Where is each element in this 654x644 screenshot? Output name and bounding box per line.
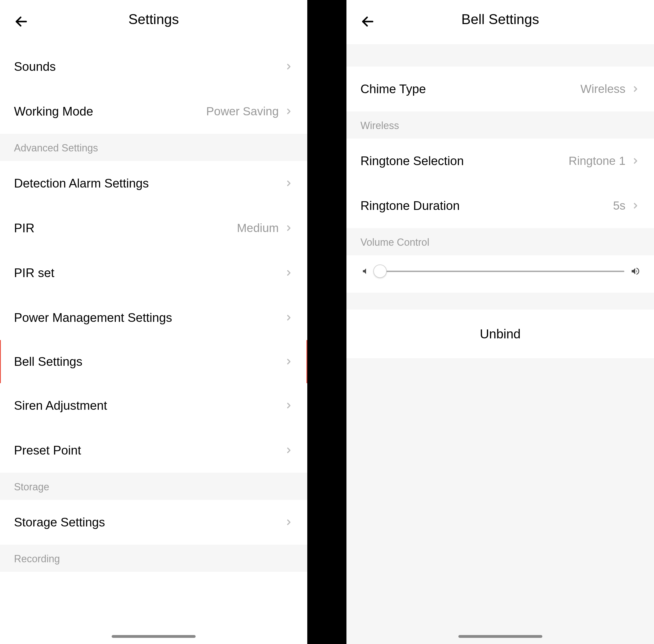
row-power-management[interactable]: Power Management Settings xyxy=(0,295,307,340)
back-button[interactable] xyxy=(360,14,375,30)
chevron-right-icon xyxy=(284,446,293,455)
row-detection-alarm[interactable]: Detection Alarm Settings xyxy=(0,161,307,206)
row-label: PIR set xyxy=(14,266,54,280)
row-label: Working Mode xyxy=(14,105,93,118)
row-bell-settings[interactable]: Bell Settings xyxy=(1,340,306,383)
home-indicator[interactable] xyxy=(459,635,542,638)
row-pir-set[interactable]: PIR set xyxy=(0,251,307,295)
row-label: Chime Type xyxy=(360,82,426,96)
row-label: Power Management Settings xyxy=(14,310,172,325)
chevron-right-icon xyxy=(284,224,293,233)
back-button[interactable] xyxy=(14,14,28,30)
row-chime-type[interactable]: Chime Type Wireless xyxy=(347,67,654,111)
row-ringtone-duration[interactable]: Ringtone Duration 5s xyxy=(347,183,654,228)
row-label: Storage Settings xyxy=(14,515,105,529)
section-advanced: Advanced Settings xyxy=(0,134,307,161)
row-storage-settings[interactable]: Storage Settings xyxy=(0,500,307,545)
row-working-mode[interactable]: Working Mode Power Saving xyxy=(0,89,307,134)
chevron-right-icon xyxy=(631,201,640,210)
chevron-right-icon xyxy=(284,107,293,116)
unbind-label: Unbind xyxy=(480,326,521,342)
section-wireless: Wireless xyxy=(347,111,654,139)
volume-high-icon xyxy=(630,267,640,276)
header: Settings xyxy=(0,0,307,44)
unbind-button[interactable]: Unbind xyxy=(347,309,654,358)
row-label: Siren Adjustment xyxy=(14,398,107,413)
chevron-right-icon xyxy=(631,85,640,93)
row-label: Detection Alarm Settings xyxy=(14,176,149,190)
home-indicator[interactable] xyxy=(112,635,195,638)
highlight-box: Bell Settings xyxy=(0,339,307,384)
settings-screen: Settings Sounds Working Mode Power Savin… xyxy=(0,0,307,644)
back-arrow-icon xyxy=(360,14,375,29)
slider-thumb[interactable] xyxy=(373,264,387,278)
chevron-right-icon xyxy=(631,157,640,165)
row-label: Preset Point xyxy=(14,443,81,457)
section-volume-control: Volume Control xyxy=(347,228,654,255)
fill xyxy=(347,358,654,644)
spacer xyxy=(347,293,654,309)
row-label: Ringtone Duration xyxy=(360,199,460,213)
volume-slider-row xyxy=(347,255,654,293)
chevron-right-icon xyxy=(284,269,293,277)
row-label: PIR xyxy=(14,221,34,235)
row-sounds[interactable]: Sounds xyxy=(0,44,307,89)
chevron-right-icon xyxy=(284,179,293,188)
chevron-right-icon xyxy=(284,518,293,527)
section-recording: Recording xyxy=(0,545,307,572)
volume-slider[interactable] xyxy=(375,271,624,272)
chevron-right-icon xyxy=(284,357,293,366)
row-value: Wireless xyxy=(580,82,626,96)
page-title: Settings xyxy=(14,11,293,27)
page-title: Bell Settings xyxy=(360,11,640,27)
header: Bell Settings xyxy=(347,0,654,44)
volume-low-icon xyxy=(360,267,369,275)
back-arrow-icon xyxy=(14,14,28,29)
section-storage: Storage xyxy=(0,473,307,500)
row-ringtone-selection[interactable]: Ringtone Selection Ringtone 1 xyxy=(347,139,654,183)
row-pir[interactable]: PIR Medium xyxy=(0,206,307,251)
row-preset-point[interactable]: Preset Point xyxy=(0,428,307,473)
chevron-right-icon xyxy=(284,401,293,410)
spacer xyxy=(347,44,654,67)
row-label: Sounds xyxy=(14,60,56,74)
bell-settings-screen: Bell Settings Chime Type Wireless Wirele… xyxy=(347,0,654,644)
row-value: 5s xyxy=(613,199,626,212)
chevron-right-icon xyxy=(284,62,293,71)
chevron-right-icon xyxy=(284,313,293,322)
row-siren-adjustment[interactable]: Siren Adjustment xyxy=(0,383,307,428)
row-label: Ringtone Selection xyxy=(360,154,464,168)
row-value: Medium xyxy=(237,222,279,235)
row-value: Power Saving xyxy=(206,105,279,118)
row-label: Bell Settings xyxy=(14,354,83,369)
row-value: Ringtone 1 xyxy=(569,154,626,168)
